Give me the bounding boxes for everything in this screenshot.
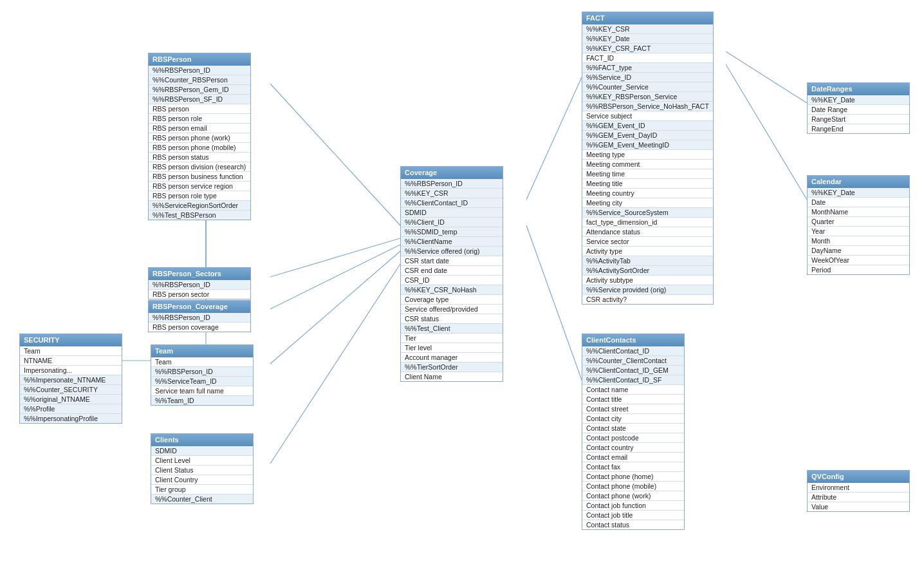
table-row: %%Service provided (orig) — [582, 285, 713, 295]
table-header-dateranges: DateRanges — [808, 83, 909, 95]
table-row: %%RBSPerson_Service_NoHash_FACT — [582, 102, 713, 111]
table-row: RangeEnd — [808, 124, 909, 133]
table-row: %%KEY_CSR — [582, 24, 713, 34]
table-row: %%KEY_CSR_NoHash — [401, 285, 503, 295]
table-row: Contact phone (mobile) — [582, 482, 684, 491]
table-header-rbsperson_coverage: RBSPerson_Coverage — [149, 301, 250, 313]
table-row: Contact fax — [582, 462, 684, 472]
table-row: Attendance status — [582, 227, 713, 237]
table-row: FACT_ID — [582, 53, 713, 63]
table-row: Tier — [401, 334, 503, 343]
svg-line-7 — [726, 52, 807, 103]
table-row: Team — [151, 357, 253, 367]
table-row: %%ActivitySortOrder — [582, 266, 713, 276]
table-header-clientcontacts: ClientContacts — [582, 334, 684, 346]
table-row: Team — [20, 346, 122, 356]
table-row: %%Client_ID — [401, 218, 503, 227]
table-row: Coverage type — [401, 295, 503, 305]
table-row: Period — [808, 265, 909, 274]
table-row: Contact name — [582, 385, 684, 395]
table-row: Date — [808, 198, 909, 207]
table-row: Meeting title — [582, 179, 713, 189]
table-calendar: Calendar%%KEY_DateDateMonthNameQuarterYe… — [807, 175, 910, 275]
table-row: Client Status — [151, 466, 253, 475]
table-header-coverage: Coverage — [401, 167, 503, 179]
table-row: Year — [808, 227, 909, 236]
table-body-rbsperson: %%RBSPerson_ID%%Counter_RBSPerson%%RBSPe… — [149, 66, 250, 220]
table-row: Tier group — [151, 485, 253, 495]
table-row: %%Counter_RBSPerson — [149, 75, 250, 85]
table-row: %%ServiceRegionSortOrder — [149, 201, 250, 211]
diagram-canvas: SECURITYTeamNTNAMEImpersonating...%%Impe… — [0, 0, 924, 584]
table-row: CSR start date — [401, 256, 503, 266]
table-row: %%Team_ID — [151, 396, 253, 405]
table-row: %%SDMID_temp — [401, 227, 503, 237]
svg-line-4 — [270, 264, 400, 464]
table-row: %%KEY_CSR — [401, 189, 503, 198]
table-row: %%GEM_Event_DayID — [582, 131, 713, 140]
table-body-team: Team%%RBSPerson_ID%%ServiceTeam_IDServic… — [151, 357, 253, 405]
table-row: RBS person phone (mobile) — [149, 143, 250, 153]
table-header-rbsperson_sectors: RBSPerson_Sectors — [149, 268, 250, 280]
table-row: Account manager — [401, 353, 503, 363]
table-row: %%ActivityTab — [582, 256, 713, 266]
table-row: %%ClientContact_ID_SF — [582, 375, 684, 385]
table-row: Service team full name — [151, 386, 253, 396]
table-row: Activity type — [582, 247, 713, 256]
table-row: RBS person — [149, 104, 250, 114]
table-row: %%RBSPerson_ID — [149, 313, 250, 323]
table-row: RBS person division (research) — [149, 162, 250, 172]
table-row: %%Test_Client — [401, 324, 503, 334]
table-row: Service sector — [582, 237, 713, 247]
table-row: RBS person sector — [149, 290, 250, 299]
table-row: %%original_NTNAME — [20, 395, 122, 404]
table-row: RBS person email — [149, 124, 250, 133]
table-row: CSR end date — [401, 266, 503, 276]
table-row: Contact job function — [582, 501, 684, 511]
table-row: SDMID — [401, 208, 503, 218]
table-row: Contact street — [582, 404, 684, 414]
table-row: RBS person business function — [149, 172, 250, 182]
table-row: Contact phone (work) — [582, 491, 684, 501]
table-row: %%RBSPerson_ID — [401, 179, 503, 189]
table-row: %%Service offered (orig) — [401, 247, 503, 256]
table-row: %%KEY_Date — [808, 95, 909, 105]
table-row: %%RBSPerson_SF_ID — [149, 95, 250, 104]
table-row: %%GEM_Event_ID — [582, 121, 713, 131]
table-row: Date Range — [808, 105, 909, 115]
svg-line-3 — [270, 251, 400, 364]
table-clients: ClientsSDMIDClient LevelClient StatusCli… — [151, 433, 254, 504]
table-body-coverage: %%RBSPerson_ID%%KEY_CSR%%ClientContact_I… — [401, 179, 503, 381]
table-row: %%Counter_SECURITY — [20, 385, 122, 395]
table-row: Service offered/provided — [401, 305, 503, 314]
table-dateranges: DateRanges%%KEY_DateDate RangeRangeStart… — [807, 82, 910, 134]
table-row: Activity subtype — [582, 276, 713, 285]
table-row: NTNAME — [20, 356, 122, 366]
table-row: %%KEY_Date — [808, 188, 909, 198]
table-row: Value — [808, 502, 909, 511]
table-security: SECURITYTeamNTNAMEImpersonating...%%Impe… — [19, 334, 122, 424]
table-header-fact: FACT — [582, 12, 713, 24]
table-qvconfig: QVConfigEnvironmentAttributeValue — [807, 470, 910, 512]
table-row: %%Counter_Client — [151, 495, 253, 504]
table-row: Contact status — [582, 520, 684, 529]
svg-line-2 — [270, 245, 400, 309]
table-row: RBS person phone (work) — [149, 133, 250, 143]
table-row: Attribute — [808, 493, 909, 502]
table-body-fact: %%KEY_CSR%%KEY_Date%%KEY_CSR_FACTFACT_ID… — [582, 24, 713, 304]
table-row: Meeting type — [582, 150, 713, 160]
table-body-dateranges: %%KEY_DateDate RangeRangeStartRangeEnd — [808, 95, 909, 133]
table-row: RBS person role type — [149, 191, 250, 201]
table-row: %%GEM_Event_MeetingID — [582, 140, 713, 150]
table-row: %%ClientName — [401, 237, 503, 247]
table-row: Client Level — [151, 456, 253, 466]
table-row: CSR status — [401, 314, 503, 324]
table-fact: FACT%%KEY_CSR%%KEY_Date%%KEY_CSR_FACTFAC… — [582, 12, 714, 305]
table-row: %%KEY_RBSPerson_Service — [582, 92, 713, 102]
table-row: fact_type_dimension_id — [582, 218, 713, 227]
table-body-rbsperson_coverage: %%RBSPerson_IDRBS person coverage — [149, 313, 250, 332]
table-row: Service subject — [582, 111, 713, 121]
table-row: RBS person role — [149, 114, 250, 124]
table-row: Quarter — [808, 217, 909, 227]
table-row: Contact city — [582, 414, 684, 424]
